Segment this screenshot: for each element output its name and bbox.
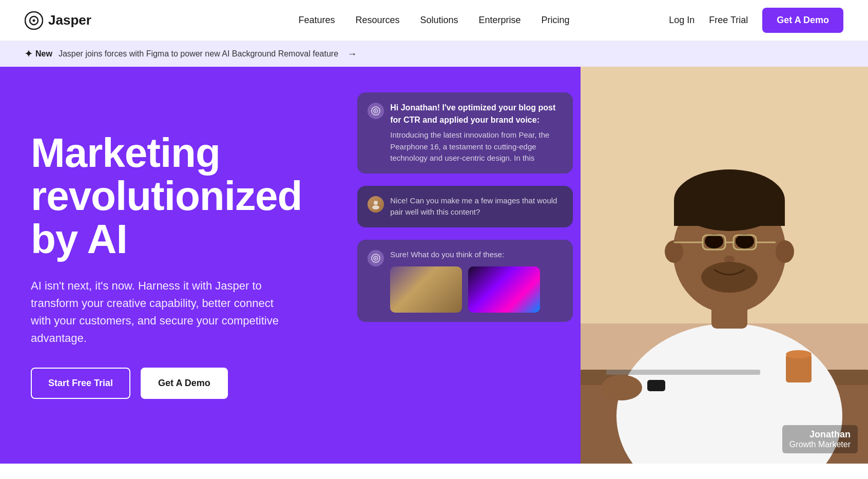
logo-text: Jasper	[48, 12, 91, 28]
hero-subtext: AI isn't next, it's now. Harness it with…	[31, 277, 282, 347]
navbar: Jasper Features Resources Solutions Ente…	[0, 0, 868, 41]
svg-point-5	[375, 110, 377, 112]
svg-point-6	[374, 201, 378, 205]
get-demo-button[interactable]: Get A Demo	[762, 8, 843, 33]
bubble-1-content: Hi Jonathan! I've optimized your blog po…	[390, 102, 563, 164]
nav-features[interactable]: Features	[298, 15, 335, 26]
user-avatar	[368, 196, 384, 213]
bubble-3-text: Sure! What do you think of these:	[390, 249, 563, 261]
bubble-2-text: Nice! Can you make me a few images that …	[390, 195, 563, 218]
ai-icon-1	[368, 103, 384, 119]
hero-left: Marketing revolutionized by AI AI isn't …	[0, 67, 326, 464]
hero-headline: Marketing revolutionized by AI	[31, 131, 302, 261]
chat-area: Hi Jonathan! I've optimized your blog po…	[357, 92, 573, 322]
get-demo-hero-button[interactable]: Get A Demo	[141, 368, 228, 399]
svg-point-2	[33, 19, 35, 22]
person-photo: Jonathan Growth Marketer	[581, 67, 868, 464]
chat-bubble-1: Hi Jonathan! I've optimized your blog po…	[357, 92, 573, 174]
svg-point-21	[776, 240, 794, 263]
svg-point-32	[601, 375, 642, 400]
hero-buttons: Start Free Trial Get A Demo	[31, 368, 302, 399]
nav-pricing[interactable]: Pricing	[542, 15, 570, 26]
nav-solutions[interactable]: Solutions	[420, 15, 458, 26]
announcement-badge-text: New	[35, 49, 52, 59]
bubble-3-content: Sure! What do you think of these:	[390, 249, 563, 313]
start-free-trial-button[interactable]: Start Free Trial	[31, 368, 130, 399]
nav-enterprise[interactable]: Enterprise	[479, 15, 521, 26]
svg-point-20	[665, 240, 683, 263]
svg-point-23	[736, 234, 754, 248]
hero-right: Hi Jonathan! I've optimized your blog po…	[326, 67, 868, 464]
navbar-actions: Log In Free Trial Get A Demo	[669, 8, 843, 33]
hero-section: Marketing revolutionized by AI AI isn't …	[0, 67, 868, 464]
person-role: Growth Marketer	[789, 440, 851, 449]
nav-resources[interactable]: Resources	[355, 15, 399, 26]
svg-point-29	[724, 256, 735, 263]
person-name: Jonathan	[789, 429, 851, 440]
announcement-bar[interactable]: ✦ New Jasper joins forces with Figma to …	[0, 41, 868, 67]
jasper-logo-icon	[25, 11, 43, 30]
svg-point-36	[786, 350, 812, 358]
svg-point-7	[372, 205, 379, 209]
ai-icon-3	[368, 250, 384, 266]
announcement-badge: ✦ New	[25, 48, 52, 60]
nav-links: Features Resources Solutions Enterprise …	[298, 15, 569, 26]
svg-point-22	[705, 234, 723, 248]
svg-rect-35	[786, 354, 812, 382]
logo-link[interactable]: Jasper	[25, 11, 91, 30]
announcement-arrow: →	[348, 49, 357, 60]
chat-bubble-2: Nice! Can you make me a few images that …	[357, 186, 573, 227]
svg-rect-33	[647, 380, 665, 391]
bubble-1-body: Introducing the latest innovation from P…	[390, 129, 563, 164]
announcement-text: Jasper joins forces with Figma to power …	[59, 49, 338, 59]
person-illustration	[581, 67, 868, 464]
svg-point-30	[701, 262, 758, 293]
chat-bubble-3: Sure! What do you think of these:	[357, 240, 573, 322]
login-link[interactable]: Log In	[669, 15, 695, 26]
sparkle-icon: ✦	[25, 48, 32, 60]
bubble-2-content: Nice! Can you make me a few images that …	[390, 195, 563, 218]
generated-image-2	[468, 266, 540, 313]
svg-rect-34	[606, 370, 760, 375]
bubble-images	[390, 266, 563, 313]
svg-rect-19	[674, 200, 785, 226]
generated-image-1	[390, 266, 462, 313]
person-label: Jonathan Growth Marketer	[782, 425, 858, 453]
free-trial-link[interactable]: Free Trial	[709, 15, 748, 26]
bubble-1-title: Hi Jonathan! I've optimized your blog po…	[390, 102, 563, 126]
svg-point-10	[375, 257, 377, 259]
